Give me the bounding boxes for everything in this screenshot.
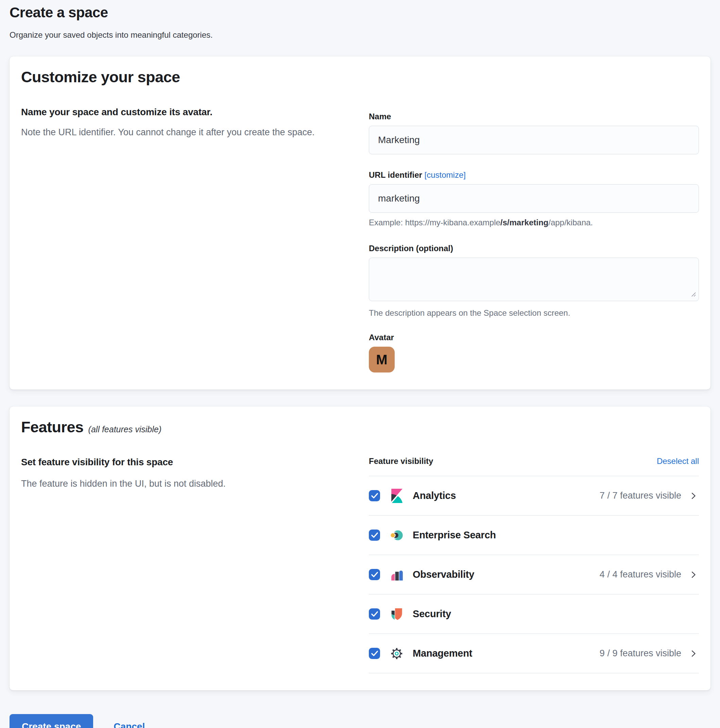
footer-actions: Create space Cancel (9, 714, 711, 728)
cancel-link[interactable]: Cancel (113, 721, 145, 728)
chevron-right-icon[interactable] (688, 648, 699, 659)
url-help-prefix: Example: https://my-kibana.example (369, 218, 500, 227)
url-help-suffix: /app/kibana. (548, 218, 593, 227)
customize-section-heading: Name your space and customize its avatar… (21, 106, 348, 118)
url-help-text: Example: https://my-kibana.example/s/mar… (369, 217, 699, 228)
feature-row[interactable]: Management 9 / 9 features visible (369, 634, 699, 673)
enterprise-search-logo-icon (389, 528, 404, 543)
page-subtitle: Organize your saved objects into meaning… (9, 30, 711, 40)
name-field-group: Name (369, 112, 699, 154)
management-logo-icon (389, 647, 404, 661)
url-identifier-input[interactable] (369, 184, 699, 213)
deselect-all-link[interactable]: Deselect all (657, 456, 699, 466)
feature-row[interactable]: Observability 4 / 4 features visible (369, 555, 699, 595)
check-icon (369, 529, 380, 541)
url-identifier-label: URL identifier (369, 170, 422, 179)
check-icon (369, 569, 380, 580)
feature-row[interactable]: Enterprise Search (369, 515, 699, 555)
feature-label: Observability (413, 569, 600, 580)
feature-checkbox[interactable] (369, 490, 380, 501)
feature-checkbox[interactable] (369, 648, 380, 659)
customize-url-link[interactable]: [customize] (424, 170, 466, 179)
url-help-bold: /s/marketing (500, 218, 548, 227)
space-avatar[interactable]: M (369, 347, 395, 373)
feature-checkbox[interactable] (369, 609, 380, 619)
description-textarea[interactable] (369, 258, 699, 301)
feature-row[interactable]: Security (369, 595, 699, 634)
customize-section-note: Note the URL identifier. You cannot chan… (21, 127, 348, 138)
url-field-group: URL identifier [customize] Example: http… (369, 170, 699, 228)
feature-label: Security (413, 609, 681, 619)
customize-card-title: Customize your space (21, 68, 699, 86)
observability-logo-icon (389, 567, 404, 582)
feature-checkbox[interactable] (369, 569, 380, 580)
feature-row[interactable]: Analytics 7 / 7 features visible (369, 476, 699, 515)
feature-count: 4 / 4 features visible (600, 569, 681, 580)
features-title-note: (all features visible) (88, 425, 161, 434)
check-icon (369, 609, 380, 619)
check-icon (369, 648, 380, 659)
chevron-right-icon[interactable] (688, 569, 699, 580)
features-section-heading: Set feature visibility for this space (21, 456, 348, 468)
feature-checkbox[interactable] (369, 529, 380, 541)
customize-space-card: Customize your space Name your space and… (9, 57, 711, 390)
description-help-text: The description appears on the Space sel… (369, 308, 699, 318)
description-label: Description (optional) (369, 243, 699, 254)
kibana-logo-icon (389, 489, 404, 503)
description-field-group: Description (optional) The description a… (369, 243, 699, 318)
space-name-input[interactable] (369, 126, 699, 154)
feature-label: Analytics (413, 490, 600, 501)
feature-list-header: Feature visibility Deselect all (369, 456, 699, 476)
feature-list: Analytics 7 / 7 features visible Enterpr… (369, 476, 699, 673)
page-title: Create a space (9, 4, 711, 21)
chevron-right-icon[interactable] (688, 491, 699, 501)
feature-count: 7 / 7 features visible (600, 491, 681, 501)
features-card-title: Features (21, 418, 84, 436)
check-icon (369, 490, 380, 501)
features-card: Features(all features visible) Set featu… (9, 407, 711, 690)
security-logo-icon (389, 607, 404, 621)
resize-handle-icon[interactable] (691, 292, 696, 298)
avatar-label: Avatar (369, 332, 699, 343)
features-section-note: The feature is hidden in the UI, but is … (21, 478, 348, 489)
page-header: Create a space Organize your saved objec… (9, 0, 711, 40)
name-label: Name (369, 112, 699, 122)
avatar-group: Avatar M (369, 332, 699, 373)
create-space-button[interactable]: Create space (9, 714, 93, 728)
feature-visibility-label: Feature visibility (369, 456, 433, 466)
feature-label: Enterprise Search (413, 529, 681, 541)
feature-label: Management (413, 648, 600, 659)
feature-count: 9 / 9 features visible (600, 648, 681, 659)
